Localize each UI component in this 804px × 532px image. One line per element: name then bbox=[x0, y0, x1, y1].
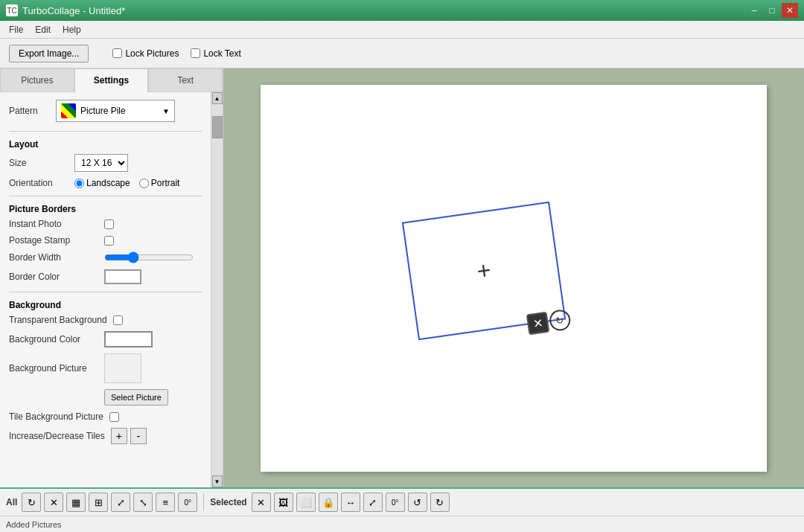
all-angle-button[interactable]: 0° bbox=[178, 493, 197, 512]
pattern-dropdown-icon: ▼ bbox=[162, 107, 170, 115]
selected-label: Selected bbox=[210, 497, 246, 507]
decrease-tiles-button[interactable]: - bbox=[130, 428, 147, 444]
scroll-down-arrow[interactable]: ▼ bbox=[212, 475, 223, 487]
lock-text-label: Lock Text bbox=[203, 48, 240, 59]
transparent-bg-label: Transparent Background bbox=[9, 315, 107, 325]
lock-pictures-checkbox[interactable] bbox=[112, 48, 122, 58]
orientation-label: Orientation bbox=[9, 178, 68, 188]
bg-picture-label: Background Picture bbox=[9, 363, 98, 374]
layout-section-title: Layout bbox=[9, 139, 202, 150]
restore-button[interactable]: □ bbox=[764, 3, 780, 18]
instant-photo-label: Instant Photo bbox=[9, 219, 98, 229]
tile-bg-checkbox[interactable] bbox=[109, 412, 119, 422]
divider-1 bbox=[9, 131, 202, 132]
all-label: All bbox=[6, 497, 17, 507]
scroll-up-arrow[interactable]: ▲ bbox=[212, 92, 223, 104]
divider-3 bbox=[9, 292, 202, 292]
pattern-selector[interactable]: Picture Pile ▼ bbox=[56, 100, 175, 122]
border-color-swatch[interactable] bbox=[104, 269, 141, 284]
selected-image-button[interactable]: 🖼 bbox=[274, 493, 293, 512]
bg-picture-row: Background Picture bbox=[9, 353, 202, 383]
transparent-bg-row: Transparent Background bbox=[9, 315, 202, 325]
menu-edit[interactable]: Edit bbox=[29, 23, 57, 36]
menu-bar: File Edit Help bbox=[0, 21, 804, 39]
tab-text[interactable]: Text bbox=[148, 68, 223, 92]
all-align-button[interactable]: ≡ bbox=[156, 493, 175, 512]
orientation-row: Orientation Landscape Portrait bbox=[9, 178, 202, 188]
export-image-button[interactable]: Export Image... bbox=[9, 45, 89, 63]
selected-lock-button[interactable]: 🔒 bbox=[319, 493, 338, 512]
tile-bg-label: Tile Background Picture bbox=[9, 411, 103, 422]
portrait-label: Portrait bbox=[151, 178, 180, 188]
size-row: Size 12 X 16 8 X 10 4 X 6 5 X 7 Letter bbox=[9, 154, 202, 172]
border-width-slider-container bbox=[104, 251, 202, 263]
postage-stamp-checkbox[interactable] bbox=[104, 236, 114, 246]
delete-photo-button[interactable]: ✕ bbox=[526, 311, 550, 335]
tab-bar: Pictures Settings Text bbox=[0, 68, 223, 92]
all-collapse-button[interactable]: ⤡ bbox=[133, 493, 153, 512]
transparent-bg-checkbox[interactable] bbox=[113, 315, 123, 325]
select-picture-row: Select Picture bbox=[9, 389, 202, 406]
size-select[interactable]: 12 X 16 8 X 10 4 X 6 5 X 7 Letter bbox=[74, 154, 128, 172]
border-color-label: Border Color bbox=[9, 272, 98, 282]
selected-rotate-cw-button[interactable]: 0° bbox=[386, 493, 405, 512]
selected-flip-button[interactable]: ↔ bbox=[341, 493, 360, 512]
postage-stamp-row: Postage Stamp bbox=[9, 235, 202, 246]
selected-expand2-button[interactable]: ⤢ bbox=[363, 493, 383, 512]
border-color-row: Border Color bbox=[9, 269, 202, 284]
tab-settings[interactable]: Settings bbox=[74, 68, 149, 92]
bg-color-swatch[interactable] bbox=[104, 331, 153, 347]
title-bar-left: TC TurboCollage - Untitled* bbox=[6, 4, 125, 16]
orientation-radio-group: Landscape Portrait bbox=[74, 178, 179, 188]
canvas[interactable]: + ✕ ↻ bbox=[261, 85, 767, 472]
pattern-name: Picture Pile bbox=[80, 106, 126, 116]
bg-picture-preview bbox=[104, 353, 141, 383]
border-width-slider[interactable] bbox=[104, 251, 194, 263]
panel-content: Pattern Picture Pile ▼ Layout Size bbox=[0, 92, 211, 487]
tile-bg-row: Tile Background Picture bbox=[9, 411, 202, 422]
size-label: Size bbox=[9, 158, 68, 168]
all-delete-button[interactable]: ✕ bbox=[44, 493, 63, 512]
landscape-label: Landscape bbox=[86, 178, 130, 188]
scroll-thumb[interactable] bbox=[212, 116, 223, 138]
pattern-icon bbox=[61, 103, 76, 118]
inc-dec-label: Increase/Decrease Tiles bbox=[9, 431, 105, 441]
landscape-option[interactable]: Landscape bbox=[74, 178, 130, 188]
rotate-photo-button[interactable]: ↻ bbox=[548, 308, 572, 332]
all-grid2-button[interactable]: ⊞ bbox=[89, 493, 108, 512]
toolbar-separator bbox=[203, 493, 204, 511]
bg-color-label: Background Color bbox=[9, 334, 98, 344]
photo-frame[interactable]: + ✕ ↻ bbox=[402, 201, 566, 339]
panel-scrollbar[interactable]: ▲ ▼ bbox=[211, 92, 223, 487]
divider-2 bbox=[9, 196, 202, 196]
all-expand-button[interactable]: ⤢ bbox=[111, 493, 130, 512]
all-grid-button[interactable]: ▦ bbox=[66, 493, 86, 512]
instant-photo-checkbox[interactable] bbox=[104, 219, 114, 229]
selected-rotate-ccw-button[interactable]: ↺ bbox=[408, 493, 427, 512]
title-bar: TC TurboCollage - Untitled* – □ ✕ bbox=[0, 0, 804, 21]
left-panel: Pictures Settings Text Pattern Picture P… bbox=[0, 68, 223, 487]
increase-tiles-button[interactable]: + bbox=[111, 428, 127, 444]
portrait-option[interactable]: Portrait bbox=[139, 178, 180, 188]
all-rotate-button[interactable]: ↻ bbox=[22, 493, 41, 512]
selected-crop-button[interactable]: ⬜ bbox=[296, 493, 316, 512]
borders-section-title: Picture Borders bbox=[9, 204, 202, 214]
minimize-button[interactable]: – bbox=[746, 3, 762, 18]
close-button[interactable]: ✕ bbox=[782, 3, 798, 18]
selected-rotate2-button[interactable]: ↻ bbox=[430, 493, 450, 512]
inc-dec-row: Increase/Decrease Tiles + - bbox=[9, 428, 202, 444]
photo-controls: ✕ ↻ bbox=[526, 308, 572, 335]
selected-delete-button[interactable]: ✕ bbox=[252, 493, 271, 512]
menu-file[interactable]: File bbox=[3, 23, 29, 36]
border-width-row: Border Width bbox=[9, 251, 202, 263]
portrait-radio[interactable] bbox=[139, 179, 149, 188]
background-section-title: Background bbox=[9, 300, 202, 310]
select-picture-button[interactable]: Select Picture bbox=[104, 389, 168, 406]
plus-cursor-icon: + bbox=[475, 256, 493, 285]
menu-help[interactable]: Help bbox=[57, 23, 87, 36]
landscape-radio[interactable] bbox=[74, 179, 84, 188]
pattern-label: Pattern bbox=[9, 106, 50, 116]
toolbar: Export Image... Lock Pictures Lock Text bbox=[0, 39, 804, 68]
tab-pictures[interactable]: Pictures bbox=[0, 68, 74, 92]
lock-text-checkbox[interactable] bbox=[191, 48, 200, 58]
